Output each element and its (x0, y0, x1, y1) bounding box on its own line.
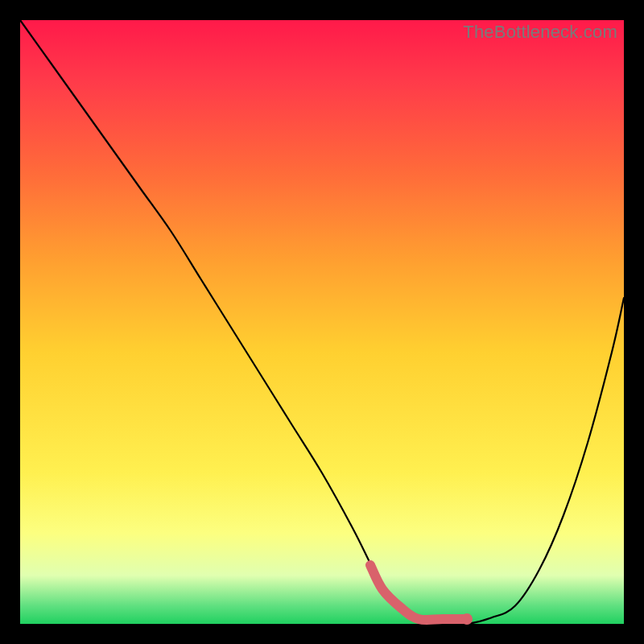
chart-frame: TheBottleneck.com (0, 0, 644, 644)
optimal-range-highlight (370, 565, 467, 620)
curve-svg (20, 20, 624, 624)
plot-area: TheBottleneck.com (20, 20, 624, 624)
bottleneck-curve (20, 20, 624, 625)
optimal-point-marker (461, 613, 473, 625)
